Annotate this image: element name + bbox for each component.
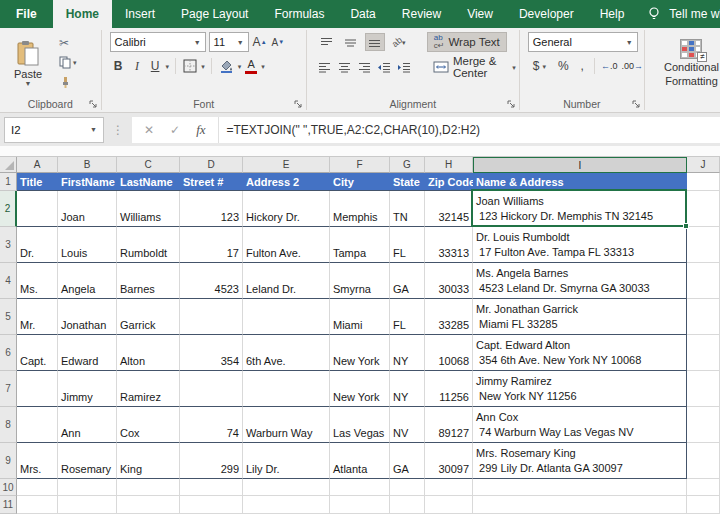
cell-J6[interactable] xyxy=(687,335,720,371)
increase-decimal-button[interactable]: ←.0 xyxy=(600,60,619,72)
cell-G8[interactable]: NV xyxy=(390,407,425,443)
cell-E9[interactable]: Lily Dr. xyxy=(243,443,330,479)
cell-A3[interactable]: Dr. xyxy=(17,227,58,263)
cell-E6[interactable]: 6th Ave. xyxy=(243,335,330,371)
cell-D10[interactable] xyxy=(180,479,243,496)
cell-E1[interactable]: Address 2 xyxy=(243,173,330,191)
cell-D5[interactable] xyxy=(180,299,243,335)
cell-C1[interactable]: LastName xyxy=(117,173,180,191)
cell-E4[interactable]: Leland Dr. xyxy=(243,263,330,299)
cell-B4[interactable]: Angela xyxy=(58,263,117,299)
row-header-2[interactable]: 2 xyxy=(0,191,17,227)
cell-I4[interactable]: Ms. Angela Barnes 4523 Leland Dr. Smyrna… xyxy=(473,263,687,299)
column-header-A[interactable]: A xyxy=(17,157,58,173)
cell-G6[interactable]: NY xyxy=(390,335,425,371)
cell-G5[interactable]: FL xyxy=(390,299,425,335)
cell-F3[interactable]: Tampa xyxy=(330,227,390,263)
underline-button[interactable]: U xyxy=(148,57,163,75)
cell-F1[interactable]: City xyxy=(330,173,390,191)
tab-review[interactable]: Review xyxy=(389,0,454,28)
cell-I10[interactable] xyxy=(473,479,687,496)
cell-C6[interactable]: Alton xyxy=(117,335,180,371)
cell-H4[interactable]: 30033 xyxy=(425,263,473,299)
row-header-9[interactable]: 9 xyxy=(0,443,17,479)
cell-D3[interactable]: 17 xyxy=(180,227,243,263)
fill-color-caret-icon[interactable]: ▾ xyxy=(238,63,242,70)
cancel-icon[interactable]: ✕ xyxy=(144,123,154,137)
cell-J4[interactable] xyxy=(687,263,720,299)
cell-G4[interactable]: GA xyxy=(390,263,425,299)
row-header-1[interactable]: 1 xyxy=(0,173,17,191)
cell-G2[interactable]: TN xyxy=(390,191,425,227)
row-header-6[interactable]: 6 xyxy=(0,335,17,371)
cell-J11[interactable] xyxy=(687,496,720,514)
column-header-E[interactable]: E xyxy=(243,157,330,173)
cell-B3[interactable]: Louis xyxy=(58,227,117,263)
row-header-5[interactable]: 5 xyxy=(0,299,17,335)
cell-I7[interactable]: Jimmy Ramirez New York NY 11256 xyxy=(473,371,687,407)
formula-input[interactable]: =TEXTJOIN(" ",TRUE,A2:C2,CHAR(10),D2:H2) xyxy=(219,117,720,143)
cell-H1[interactable]: Zip Code xyxy=(425,173,473,191)
name-box[interactable]: I2 ▼ xyxy=(4,117,104,143)
cell-I9[interactable]: Mrs. Rosemary King 299 Lily Dr. Atlanta … xyxy=(473,443,687,479)
cell-F11[interactable] xyxy=(330,496,390,514)
column-header-I[interactable]: I xyxy=(473,157,687,173)
cell-J1[interactable] xyxy=(687,173,720,191)
align-center-button[interactable] xyxy=(336,58,352,76)
tab-formulas[interactable]: Formulas xyxy=(261,0,337,28)
cell-A5[interactable]: Mr. xyxy=(17,299,58,335)
cell-A9[interactable]: Mrs. xyxy=(17,443,58,479)
cell-H9[interactable]: 30097 xyxy=(425,443,473,479)
cell-J8[interactable] xyxy=(687,407,720,443)
cell-I8[interactable]: Ann Cox 74 Warburn Way Las Vegas NV xyxy=(473,407,687,443)
middle-align-button[interactable] xyxy=(341,33,361,51)
borders-button[interactable] xyxy=(182,58,198,74)
cell-F4[interactable]: Smyrna xyxy=(330,263,390,299)
column-header-C[interactable]: C xyxy=(117,157,180,173)
enter-icon[interactable]: ✓ xyxy=(170,123,180,137)
cell-G9[interactable]: GA xyxy=(390,443,425,479)
align-left-button[interactable] xyxy=(317,58,333,76)
cell-D2[interactable]: 123 xyxy=(180,191,243,227)
cell-I3[interactable]: Dr. Louis Rumboldt 17 Fulton Ave. Tampa … xyxy=(473,227,687,263)
row-header-7[interactable]: 7 xyxy=(0,371,17,407)
italic-button[interactable]: I xyxy=(130,57,145,75)
font-name-select[interactable]: Calibri▼ xyxy=(110,32,206,52)
alignment-dialog-launcher-icon[interactable] xyxy=(507,100,516,109)
cell-C9[interactable]: King xyxy=(117,443,180,479)
cell-E8[interactable]: Warburn Way xyxy=(243,407,330,443)
row-header-8[interactable]: 8 xyxy=(0,407,17,443)
cell-C11[interactable] xyxy=(117,496,180,514)
cell-C2[interactable]: Williams xyxy=(117,191,180,227)
copy-button[interactable]: ▾ xyxy=(56,54,86,71)
cell-C10[interactable] xyxy=(117,479,180,496)
cell-A10[interactable] xyxy=(17,479,58,496)
accounting-format-button[interactable]: $▾ xyxy=(528,57,551,75)
row-header-4[interactable]: 4 xyxy=(0,263,17,299)
tell-me-search[interactable]: Tell me what you want xyxy=(669,0,720,28)
cell-D4[interactable]: 4523 xyxy=(180,263,243,299)
font-size-select[interactable]: 11▼ xyxy=(209,32,249,52)
cell-A1[interactable]: Title xyxy=(17,173,58,191)
cell-B5[interactable]: Jonathan xyxy=(58,299,117,335)
cell-B7[interactable]: Jimmy xyxy=(58,371,117,407)
cell-H8[interactable]: 89127 xyxy=(425,407,473,443)
conditional-formatting-button[interactable]: ≠ Conditional Formatting xyxy=(663,32,720,95)
cell-H3[interactable]: 33313 xyxy=(425,227,473,263)
clipboard-dialog-launcher-icon[interactable] xyxy=(89,100,98,109)
cell-I2[interactable]: Joan Williams 123 Hickory Dr. Memphis TN… xyxy=(473,191,687,227)
orientation-button[interactable]: ab ▾ xyxy=(389,33,409,51)
cell-E7[interactable] xyxy=(243,371,330,407)
cell-D1[interactable]: Street # xyxy=(180,173,243,191)
cell-E10[interactable] xyxy=(243,479,330,496)
cell-B10[interactable] xyxy=(58,479,117,496)
cell-I5[interactable]: Mr. Jonathan Garrick Miami FL 33285 xyxy=(473,299,687,335)
merge-center-button[interactable]: Merge & Center ▾ xyxy=(428,57,521,77)
cell-E2[interactable]: Hickory Dr. xyxy=(243,191,330,227)
cell-B1[interactable]: FirstName xyxy=(58,173,117,191)
row-header-11[interactable]: 11 xyxy=(0,496,17,514)
cell-H5[interactable]: 33285 xyxy=(425,299,473,335)
number-dialog-launcher-icon[interactable] xyxy=(632,100,641,109)
cell-G11[interactable] xyxy=(390,496,425,514)
number-format-select[interactable]: General▼ xyxy=(528,32,638,52)
